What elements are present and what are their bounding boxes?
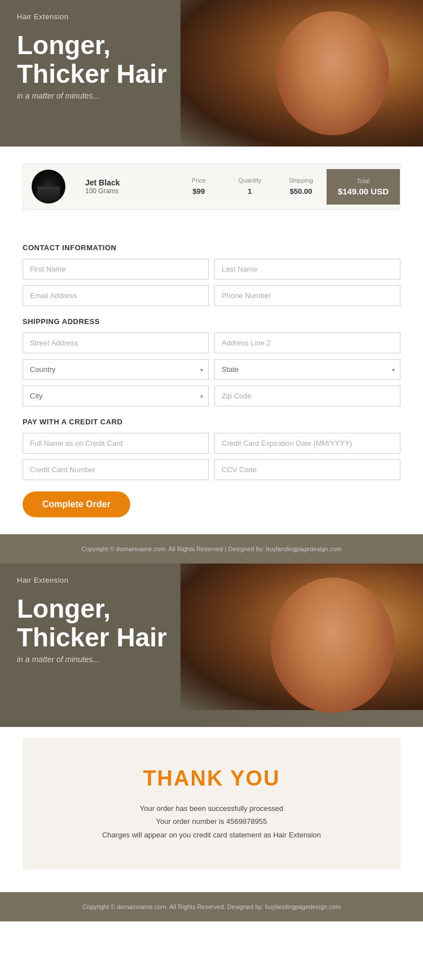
ccv-input[interactable] xyxy=(214,459,400,480)
contact-section-title: CONTACT INFORMATION xyxy=(23,243,400,252)
footer-text: Copyright © domainname.com. All Rights R… xyxy=(11,546,412,552)
street-field xyxy=(23,332,209,353)
thankyou-text: Your order has been successfully process… xyxy=(45,802,378,841)
thankyou-section: THANK YOU Your order has been successful… xyxy=(23,738,400,870)
second-page: Hair Extension Longer, Thicker Hair in a… xyxy=(0,564,423,921)
thankyou-outer: THANK YOU Your order has been successful… xyxy=(0,727,423,892)
phone-field xyxy=(214,285,400,306)
hero-text-block: Hair Extension Longer, Thicker Hair in a… xyxy=(0,0,184,113)
card-number-input[interactable] xyxy=(23,459,209,480)
product-variant: 100 Grams xyxy=(85,187,162,195)
street-input[interactable] xyxy=(23,332,209,353)
footer2-text: Copyright © domainname.com. All Rights R… xyxy=(11,903,412,910)
country-state-row: Country ▾ State ▾ xyxy=(23,359,400,380)
hero2-subtitle: Hair Extension xyxy=(17,576,167,584)
order-section: Jet Black 100 Grams Price $99 Quantity 1… xyxy=(0,147,423,227)
street-row xyxy=(23,332,400,353)
form-section: CONTACT INFORMATION SHIPPING ADDRESS Cou… xyxy=(0,227,423,534)
hero-title: Longer, Thicker Hair xyxy=(17,31,167,88)
ccv-field xyxy=(214,459,400,480)
quantity-detail: Quantity 1 xyxy=(224,168,276,205)
shipping-label: Shipping xyxy=(281,177,321,184)
first-name-input[interactable] xyxy=(23,259,209,280)
hero2-title: Longer, Thicker Hair xyxy=(17,595,167,651)
hero-section: Hair Extension Longer, Thicker Hair in a… xyxy=(0,0,423,147)
card-expiry-input[interactable] xyxy=(214,433,400,454)
address2-field xyxy=(214,332,400,353)
card-number-field xyxy=(23,459,209,480)
hero2-face xyxy=(271,578,395,713)
thankyou-line1: Your order has been successfully process… xyxy=(45,802,378,815)
price-detail: Price $99 xyxy=(173,168,224,205)
thankyou-line3: Charges will appear on you credit card s… xyxy=(45,828,378,841)
complete-order-button[interactable]: Complete Order xyxy=(23,491,130,517)
hair-swatch-icon xyxy=(32,170,65,203)
first-name-field xyxy=(23,259,209,280)
contact-name-row xyxy=(23,259,400,280)
shipping-section-title: SHIPPING ADDRESS xyxy=(23,317,400,326)
payment-number-ccv-row xyxy=(23,459,400,480)
shipping-value: $50.00 xyxy=(290,187,312,196)
payment-name-expiry-row xyxy=(23,433,400,454)
last-name-input[interactable] xyxy=(214,259,400,280)
total-value: $149.00 USD xyxy=(338,187,389,196)
email-input[interactable] xyxy=(23,285,209,306)
price-label: Price xyxy=(179,177,219,184)
hero2-tagline: in a matter of minutes... xyxy=(17,655,167,664)
order-total: Total $149.00 USD xyxy=(327,169,400,205)
payment-section-title: PAY WITH A CREDIT CARD xyxy=(23,418,400,426)
state-field: State ▾ xyxy=(214,359,400,380)
email-field xyxy=(23,285,209,306)
zip-input[interactable] xyxy=(214,385,400,406)
hero-tagline: in a matter of minutes... xyxy=(17,91,167,100)
card-name-input[interactable] xyxy=(23,433,209,454)
card-name-field xyxy=(23,433,209,454)
hero-subtitle: Hair Extension xyxy=(17,12,167,21)
footer-section: Copyright © domainname.com. All Rights R… xyxy=(0,534,423,564)
city-zip-row: City ▾ xyxy=(23,385,400,406)
product-image xyxy=(23,164,74,209)
country-select[interactable]: Country xyxy=(23,359,209,380)
country-field: Country ▾ xyxy=(23,359,209,380)
contact-email-row xyxy=(23,285,400,306)
shipping-detail: Shipping $50.00 xyxy=(275,168,327,205)
price-value: $99 xyxy=(192,187,205,196)
thankyou-line2: Your order number is 4569878955 xyxy=(45,815,378,828)
hero2-text-block: Hair Extension Longer, Thicker Hair in a… xyxy=(0,564,184,676)
city-field: City ▾ xyxy=(23,385,209,406)
order-details: Price $99 Quantity 1 Shipping $50.00 xyxy=(173,168,327,205)
quantity-label: Quantity xyxy=(230,177,270,184)
quantity-value: 1 xyxy=(248,187,252,196)
city-select[interactable]: City xyxy=(23,385,209,406)
product-name: Jet Black xyxy=(85,178,162,187)
hero2-section: Hair Extension Longer, Thicker Hair in a… xyxy=(0,564,423,727)
phone-input[interactable] xyxy=(214,285,400,306)
zip-field xyxy=(214,385,400,406)
total-label: Total xyxy=(356,178,369,184)
hero-face xyxy=(276,11,389,135)
card-expiry-field xyxy=(214,433,400,454)
product-info: Jet Black 100 Grams xyxy=(74,170,173,203)
state-select[interactable]: State xyxy=(214,359,400,380)
order-card: Jet Black 100 Grams Price $99 Quantity 1… xyxy=(23,163,400,210)
thankyou-title: THANK YOU xyxy=(45,766,378,791)
footer2-section: Copyright © domainname.com. All Rights R… xyxy=(0,892,423,921)
last-name-field xyxy=(214,259,400,280)
address2-input[interactable] xyxy=(214,332,400,353)
